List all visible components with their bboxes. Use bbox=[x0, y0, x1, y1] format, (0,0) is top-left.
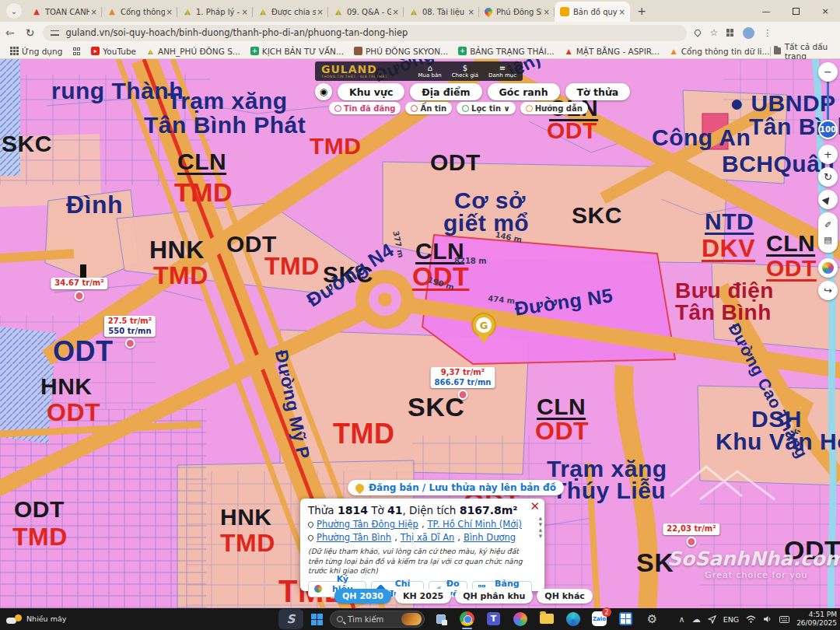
filter-pill-khu-vực[interactable]: Khu vực bbox=[338, 83, 404, 100]
popup-scroll-arrows[interactable]: ▲▼▲▼ bbox=[539, 516, 542, 540]
browser-tab[interactable]: 09. Q&A - Google D × bbox=[328, 2, 404, 22]
all-bookmarks-button[interactable]: Tất cả dấu trang bbox=[770, 42, 832, 61]
location-link[interactable]: Bình Dương bbox=[464, 532, 516, 543]
file-explorer-taskbar-icon[interactable] bbox=[538, 611, 555, 627]
browser-menu-icon[interactable]: ⋮ bbox=[763, 28, 772, 38]
extensions-icon[interactable] bbox=[726, 29, 734, 37]
language-indicator[interactable]: ENG bbox=[723, 615, 739, 624]
guland-menu-danh-mục[interactable]: ≡Danh mục bbox=[488, 65, 516, 79]
bookmark-item[interactable]: ANH_PHÚ ĐÔNG S... bbox=[146, 47, 240, 56]
edge-taskbar-icon[interactable] bbox=[565, 611, 581, 627]
location-link[interactable]: Phường Tân Bình bbox=[317, 532, 391, 543]
bookmark-item[interactable]: BẢNG TRẠNG THÁI... bbox=[458, 47, 555, 56]
touch-keyboard-icon[interactable] bbox=[779, 616, 789, 623]
bookmark-item[interactable]: Ứng dụng bbox=[10, 47, 62, 56]
taskbar-clock[interactable]: 4:51 PM 26/09/2025 bbox=[796, 611, 837, 628]
taskbar-search[interactable]: Tìm kiếm bbox=[330, 611, 425, 628]
store-taskbar-icon[interactable] bbox=[618, 611, 634, 627]
tab-close-icon[interactable]: × bbox=[391, 8, 401, 16]
new-tab-button[interactable]: + bbox=[633, 2, 650, 19]
onedrive-cloud-icon[interactable]: ☁ bbox=[692, 614, 701, 625]
bookmark-item[interactable]: Cổng thông tin dữ li... bbox=[670, 47, 770, 56]
guland-menu-mua-bán[interactable]: ⌂Mua bán bbox=[418, 65, 442, 79]
map-type-button-qh-khác[interactable]: QH khác bbox=[537, 589, 592, 604]
save-parcel-banner[interactable]: Đăng bán / Lưu thửa này lên bản đồ bbox=[348, 480, 564, 495]
bookmark-item[interactable] bbox=[72, 47, 81, 55]
planning-map[interactable]: rung ThànhSKCTrạm xăngTân Bình PhátTMDCL… bbox=[0, 59, 840, 608]
map-type-button-kh-2025[interactable]: KH 2025 bbox=[395, 589, 451, 604]
bookmark-item[interactable]: PHÚ ĐÔNG SKYON... bbox=[354, 47, 448, 56]
share-button[interactable]: ↪ bbox=[818, 281, 838, 300]
popup-close-icon[interactable]: ✕ bbox=[530, 501, 540, 513]
location-link[interactable]: Thị xã Dĩ An bbox=[401, 532, 455, 543]
map-type-button-qh-phân-khu[interactable]: QH phân khu bbox=[455, 589, 533, 604]
price-marker[interactable]: 9,37 tr/m²866.67 tr/mn bbox=[431, 367, 495, 400]
tab-close-icon[interactable]: × bbox=[542, 8, 551, 16]
guland-menu-check-giá[interactable]: $Check giá bbox=[452, 65, 478, 79]
location-pin-icon[interactable] bbox=[694, 28, 702, 37]
settings-taskbar-icon[interactable]: ⚙ bbox=[644, 611, 660, 627]
browser-tab[interactable]: 08. Tài liệu đào tạo - × bbox=[404, 2, 479, 22]
location-link[interactable]: Phường Tân Đông Hiệp bbox=[317, 519, 418, 530]
sub-pill-hướng-dẫn[interactable]: Hướng dẫn bbox=[520, 102, 588, 114]
tab-close-icon[interactable]: × bbox=[240, 8, 250, 16]
task-view-button[interactable] bbox=[432, 611, 449, 627]
browser-tab[interactable]: 1. Pháp lý - Google × bbox=[177, 2, 253, 22]
location-arrow-icon[interactable] bbox=[708, 615, 716, 624]
address-bar[interactable]: guland.vn/soi-quy-hoach/binh-duong/thanh… bbox=[43, 25, 687, 41]
price-marker[interactable]: 22,03 tr/m² bbox=[663, 523, 719, 547]
floating-app-s-icon[interactable]: S bbox=[278, 609, 303, 629]
maximize-button[interactable] bbox=[781, 0, 810, 22]
browser-tab[interactable]: Cổng thông tin dữ l × bbox=[102, 2, 177, 22]
zoom-level-indicator[interactable]: 100 bbox=[818, 120, 838, 139]
tab-close-icon[interactable]: × bbox=[165, 8, 174, 16]
refresh-button[interactable]: ↻ bbox=[818, 167, 838, 187]
locate-button[interactable] bbox=[818, 190, 838, 209]
browser-tab[interactable]: Phú Đông SkyOne d × bbox=[479, 2, 555, 22]
reload-button[interactable]: ↻ bbox=[26, 26, 35, 39]
bookmark-item[interactable]: KỊCH BẢN TƯ VẤN... bbox=[250, 47, 344, 56]
selected-parcel-marker[interactable]: G bbox=[471, 313, 496, 345]
guland-logo[interactable]: GULAND bbox=[321, 64, 387, 75]
sub-pill-lọc-tin--[interactable]: Lọc tin ∨ bbox=[457, 102, 516, 114]
zoom-in-button[interactable]: + bbox=[818, 145, 838, 164]
site-settings-icon[interactable] bbox=[51, 30, 59, 37]
filter-pill-địa-điểm[interactable]: Địa điểm bbox=[410, 83, 481, 100]
filter-pill-góc-ranh[interactable]: Góc ranh bbox=[488, 83, 560, 100]
tab-search-chevron-icon[interactable]: ⌄ bbox=[6, 3, 22, 19]
filter-pill-tờ-thửa[interactable]: Tờ thửa bbox=[565, 83, 631, 100]
measure-tools-group[interactable]: ✐▤ bbox=[818, 212, 838, 253]
price-marker[interactable]: 27.5 tr/m²550 tr/mn bbox=[104, 316, 156, 348]
sub-pill-tin-đã-đăng[interactable]: Tin đã đăng bbox=[329, 102, 401, 114]
location-link[interactable]: TP. Hồ Chí Minh (Mới) bbox=[428, 519, 522, 530]
minimize-button[interactable]: — bbox=[751, 0, 781, 22]
zalo-taskbar-icon[interactable]: Zalo2 bbox=[591, 611, 607, 627]
forward-button[interactable]: → bbox=[5, 29, 12, 37]
tray-chevron-icon[interactable]: ∧ bbox=[679, 614, 685, 625]
start-button[interactable] bbox=[311, 614, 323, 625]
price-marker[interactable]: 34.67 tr/m² bbox=[51, 278, 107, 301]
weather-widget[interactable]: Nhiều mây bbox=[6, 614, 66, 624]
browser-tab[interactable]: Được chia sẻ với tôi × bbox=[253, 2, 328, 22]
tab-close-icon[interactable]: × bbox=[467, 8, 476, 16]
bookmark-item[interactable]: MẶT BẰNG - ASPIR... bbox=[565, 47, 660, 56]
wifi-icon[interactable] bbox=[746, 615, 756, 623]
copilot-taskbar-icon[interactable] bbox=[512, 611, 528, 627]
browser-tab[interactable]: TOÀN CẢNH - ASPIR × bbox=[26, 2, 102, 22]
bookmark-item[interactable]: YouTube bbox=[91, 47, 136, 56]
map-type-button-qh-2030[interactable]: QH 2030 bbox=[334, 589, 391, 604]
tab-close-icon[interactable]: × bbox=[89, 8, 99, 16]
profile-avatar[interactable] bbox=[743, 27, 754, 39]
volume-icon[interactable] bbox=[763, 615, 772, 623]
zoom-out-button[interactable]: − bbox=[818, 62, 838, 82]
tab-close-icon[interactable]: × bbox=[316, 8, 325, 16]
browser-tab[interactable]: Bản đồ quy hoạch P × bbox=[555, 2, 630, 22]
bookmark-star-icon[interactable]: ☆ bbox=[709, 27, 718, 38]
map-style-button[interactable] bbox=[818, 258, 838, 278]
tab-close-icon[interactable]: × bbox=[618, 8, 627, 16]
sub-pill-ẩn-tin[interactable]: Ẩn tin bbox=[405, 102, 452, 114]
locate-me-button[interactable]: ◉ bbox=[315, 83, 332, 100]
close-button[interactable]: × bbox=[810, 0, 840, 22]
chrome-taskbar-icon[interactable] bbox=[459, 611, 475, 627]
teams-taskbar-icon[interactable]: T bbox=[485, 611, 502, 627]
